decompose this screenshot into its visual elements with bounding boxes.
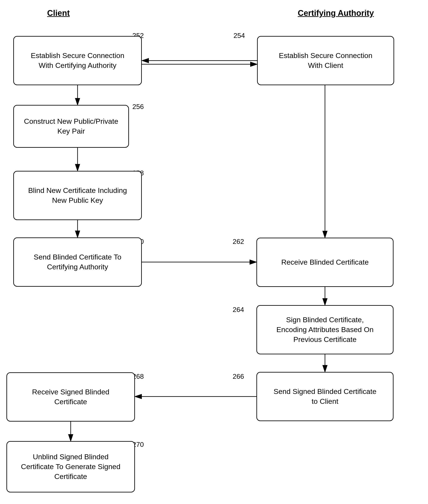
- diagram-container: Client Certifying Authority 252 254 Esta…: [0, 0, 428, 504]
- box-262: Receive Blinded Certificate: [256, 238, 394, 287]
- box-270: Unblind Signed Blinded Certificate To Ge…: [6, 441, 135, 492]
- label-254: 254: [233, 32, 245, 40]
- box-260: Send Blinded Certificate To Certifying A…: [13, 237, 142, 287]
- box-266: Send Signed Blinded Certificate to Clien…: [256, 372, 394, 421]
- label-262: 262: [233, 238, 244, 246]
- box-252: Establish Secure Connection With Certify…: [13, 36, 142, 85]
- authority-header: Certifying Authority: [298, 8, 374, 18]
- box-264: Sign Blinded Certificate, Encoding Attri…: [256, 305, 394, 354]
- box-268: Receive Signed Blinded Certificate: [6, 372, 135, 422]
- label-266: 266: [233, 373, 244, 381]
- box-258: Blind New Certificate Including New Publ…: [13, 171, 142, 220]
- box-256: Construct New Public/Private Key Pair: [13, 105, 129, 148]
- box-254: Establish Secure Connection With Client: [257, 36, 394, 85]
- client-header: Client: [47, 8, 70, 18]
- label-256: 256: [132, 103, 144, 111]
- label-264: 264: [233, 306, 244, 314]
